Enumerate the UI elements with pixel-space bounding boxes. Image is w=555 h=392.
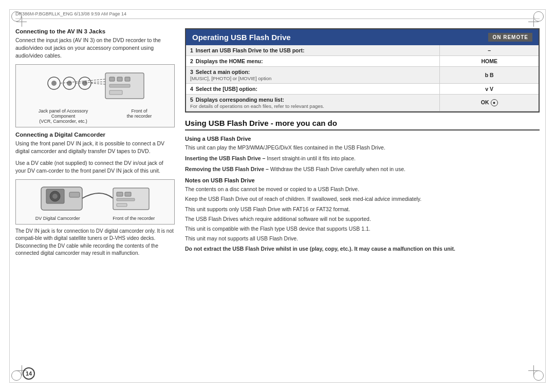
av-section: Connecting to the AV IN 3 Jacks Connect … [15, 28, 175, 127]
svg-rect-11 [109, 90, 122, 95]
av-heading: Connecting to the AV IN 3 Jacks [15, 28, 175, 34]
usb-step-left: 2 Displays the HOME menu: [186, 56, 440, 67]
dv-bottom-text: The DV IN jack is for connection to DV d… [15, 228, 175, 257]
svg-rect-7 [109, 77, 115, 81]
svg-line-14 [91, 83, 105, 84]
dv-text2: Use a DV cable (not supplied) to connect… [15, 159, 175, 175]
left-column: Connecting to the AV IN 3 Jacks Connect … [15, 28, 175, 371]
usb-step-remote: OK ● [440, 95, 539, 111]
notes-section: Notes on USB Flash Drive The contents on… [185, 177, 540, 253]
svg-rect-10 [109, 84, 130, 87]
step-label: Insert an USB Flash Drive to the USB por… [196, 47, 305, 53]
step-number: 5 [190, 97, 195, 103]
usb-step-left: 5 Displays corresponding menu list:For d… [186, 95, 440, 111]
dv-diagram-captions: DV Digital Camcorder Front of the record… [19, 216, 171, 221]
note-item: This unit supports only USB Flash Drive … [185, 206, 540, 213]
svg-rect-23 [117, 198, 135, 201]
reg-circle-br [533, 370, 544, 381]
dv-camcorder-svg [39, 183, 152, 214]
step-number: 2 [190, 58, 195, 64]
av-diagram-captions: Jack panel of Accessory Component (VCR, … [19, 108, 171, 124]
step-label: Displays corresponding menu list: [196, 97, 284, 103]
av-caption-left: Jack panel of Accessory Component (VCR, … [39, 108, 88, 124]
notes-list: The contents on a disc cannot be moved o… [185, 185, 540, 253]
step-label: Displays the HOME menu: [196, 58, 263, 64]
usb-box-title: Operating USB Flash Drive [192, 33, 291, 42]
reg-circle-bl [11, 370, 22, 381]
svg-point-3 [67, 81, 72, 86]
av-diagram: Jack panel of Accessory Component (VCR, … [15, 64, 175, 127]
usb-step-left: 1 Insert an USB Flash Drive to the USB p… [186, 45, 440, 56]
usb-title-bar: Operating USB Flash Drive ON REMOTE [186, 29, 539, 45]
inserting-bold: Inserting the USB Flash Drive – [185, 155, 265, 161]
svg-point-1 [51, 81, 57, 86]
page-header: DR386M-P.BGBRLLK_ENG 6/13/08 9:59 AM Pag… [15, 11, 540, 19]
step-sub: [MUSIC], [PHOTO] or [MOVIE] option [190, 76, 271, 81]
note-item: Keep the USB Flash Drive out of reach of… [185, 195, 540, 203]
usb-step-remote: – [440, 45, 539, 56]
usb-step-row: 5 Displays corresponding menu list:For d… [186, 95, 539, 111]
right-column: Operating USB Flash Drive ON REMOTE 1 In… [185, 28, 540, 371]
av-caption-right: Front of the recorder [127, 108, 152, 124]
dv-heading: Connecting a Digital Camcorder [15, 132, 175, 138]
usb-steps-table: 1 Insert an USB Flash Drive to the USB p… [186, 45, 539, 111]
usb-step-row: 2 Displays the HOME menu:HOME [186, 56, 539, 67]
dv-caption-left: DV Digital Camcorder [35, 216, 80, 221]
removing-text: Removing the USB Flash Drive – Withdraw … [185, 165, 540, 174]
on-remote-label: ON REMOTE [488, 33, 532, 42]
svg-rect-24 [117, 203, 127, 207]
av-text: Connect the input jacks (AV IN 3) on the… [15, 36, 175, 60]
using-usb-text: This unit can play the MP3/WMA/JPEG/DivX… [185, 144, 540, 152]
step-label: Select the [USB] option: [196, 86, 257, 92]
svg-point-18 [52, 194, 58, 199]
usb-step-row: 1 Insert an USB Flash Drive to the USB p… [186, 45, 539, 56]
removing-bold: Removing the USB Flash Drive – [185, 166, 269, 172]
note-item: The USB Flash Drives which require addit… [185, 215, 540, 223]
av-connectors-svg [39, 68, 152, 106]
note-item: This unit may not supports all USB Flash… [185, 235, 540, 242]
ok-circle: ● [491, 99, 498, 106]
usb-step-remote: HOME [440, 56, 539, 67]
removing-rest: Withdraw the USB Flash Drive carefully w… [270, 166, 405, 172]
dv-section: Connecting a Digital Camcorder Using the… [15, 132, 175, 257]
step-number: 1 [190, 47, 195, 53]
svg-rect-22 [125, 192, 131, 196]
notes-heading: Notes on USB Flash Drive [185, 177, 540, 183]
note-item: This unit is compatible with the Flash t… [185, 225, 540, 233]
usb-step-left: 3 Select a main option:[MUSIC], [PHOTO] … [186, 67, 440, 84]
page-number: 14 [23, 367, 35, 380]
step-number: 4 [190, 86, 195, 92]
dv-text1: Using the front panel DV IN jack, it is … [15, 140, 175, 155]
usb-step-remote: v V [440, 84, 539, 95]
using-usb-subheading: Using a USB Flash Drive [185, 136, 540, 142]
svg-rect-21 [117, 192, 123, 196]
svg-point-5 [82, 81, 87, 86]
header-file-info: DR386M-P.BGBRLLK_ENG 6/13/08 9:59 AM Pag… [15, 11, 126, 16]
usb-step-remote: b B [440, 67, 539, 84]
note-item: The contents on a disc cannot be moved o… [185, 185, 540, 193]
svg-rect-8 [117, 77, 122, 81]
svg-rect-9 [125, 77, 130, 81]
usb-operating-box: Operating USB Flash Drive ON REMOTE 1 In… [185, 28, 540, 113]
dv-diagram: DV Digital Camcorder Front of the record… [15, 179, 175, 225]
inserting-text: Inserting the USB Flash Drive – Insert s… [185, 155, 540, 163]
using-usb-section: Using a USB Flash Drive This unit can pl… [185, 136, 540, 173]
usb-step-left: 4 Select the [USB] option: [186, 84, 440, 95]
step-sub: For details of operations on each files,… [190, 103, 324, 109]
note-item: Do not extract the USB Flash Drive whils… [185, 245, 540, 253]
main-content: Connecting to the AV IN 3 Jacks Connect … [15, 28, 540, 371]
usb-step-row: 4 Select the [USB] option:v V [186, 84, 539, 95]
usb-step-row: 3 Select a main option:[MUSIC], [PHOTO] … [186, 67, 539, 84]
dv-caption-right: Front of the recorder [113, 216, 155, 221]
using-heading: Using USB Flash Drive - more you can do [185, 119, 540, 130]
step-label: Select a main option: [196, 69, 250, 75]
step-number: 3 [190, 69, 195, 75]
inserting-rest: Insert straight-in until it fits into pl… [267, 155, 356, 161]
svg-rect-19 [69, 192, 80, 197]
